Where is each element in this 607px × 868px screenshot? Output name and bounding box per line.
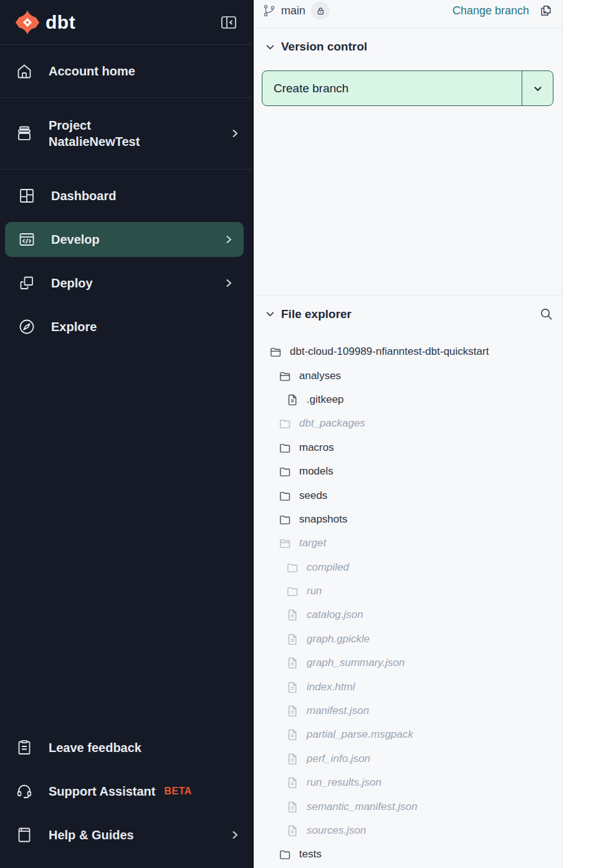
tree-folder-models[interactable]: models	[254, 460, 562, 483]
file-explorer-header[interactable]: File explorer	[254, 296, 562, 321]
chevron-down-icon[interactable]	[265, 309, 275, 319]
project-label: Project	[49, 118, 91, 132]
develop-code-window-icon	[17, 231, 36, 248]
sidebar-item-account-home[interactable]: Account home	[0, 45, 252, 98]
home-icon	[15, 62, 34, 80]
tree-folder-macros[interactable]: macros	[254, 436, 562, 460]
clipboard-icon	[15, 739, 34, 756]
folder-icon	[279, 465, 291, 478]
git-branch-icon	[262, 4, 276, 17]
sidebar-item-dashboard[interactable]: Dashboard	[5, 178, 244, 213]
copy-icon[interactable]	[539, 4, 553, 17]
tree-item-label: graph_summary.json	[307, 657, 404, 669]
chevron-right-icon	[230, 830, 240, 840]
tree-folder-run[interactable]: run	[254, 579, 562, 603]
file-icon	[286, 633, 299, 645]
tree-folder-dbt-cloud-109989-nfianntest-dbt-quickstart[interactable]: dbt-cloud-109989-nfianntest-dbt-quicksta…	[254, 340, 562, 364]
folder-icon	[286, 561, 299, 574]
sidebar-item-project[interactable]: Project NatalieNewTest	[0, 98, 252, 170]
tree-folder-seeds[interactable]: seeds	[254, 483, 562, 507]
tree-folder-analyses[interactable]: analyses	[254, 364, 562, 387]
version-control-header[interactable]: Version control	[254, 29, 562, 54]
current-branch: main	[262, 1, 330, 21]
tree-file-partial_parse.msgpack[interactable]: partial_parse.msgpack	[254, 723, 562, 746]
branch-lock-badge	[311, 1, 330, 20]
branch-bar-actions: Change branch	[452, 1, 553, 21]
tree-folder-dbt_packages[interactable]: dbt_packages	[254, 412, 562, 435]
tree-item-label: dbt_packages	[299, 417, 365, 430]
sidebar-item-help-guides[interactable]: Help & Guides	[0, 817, 252, 852]
change-branch-link[interactable]: Change branch	[452, 4, 529, 17]
sidebar-item-deploy[interactable]: Deploy	[5, 266, 244, 301]
tree-item-label: macros	[299, 441, 334, 454]
dbt-logo-icon	[15, 10, 40, 35]
folder-icon	[279, 417, 291, 430]
tree-item-label: catalog.json	[307, 609, 363, 621]
deploy-squares-icon	[17, 274, 36, 292]
file-icon	[286, 657, 299, 669]
chevron-down-icon[interactable]	[265, 42, 275, 52]
create-branch-label[interactable]: Create branch	[262, 71, 522, 105]
file-icon	[286, 776, 299, 789]
tree-file-semantic_manifest.json[interactable]: semantic_manifest.json	[254, 794, 562, 818]
file-icon	[286, 753, 299, 765]
sidebar-item-explore[interactable]: Explore	[5, 309, 244, 344]
file-explorer-section: File explorer dbt-cloud-109989-nfianntes…	[254, 295, 562, 868]
folder-icon	[279, 848, 291, 861]
folder-open-icon	[279, 370, 291, 382]
search-icon[interactable]	[539, 307, 553, 321]
create-branch-button[interactable]: Create branch	[262, 70, 553, 106]
file-icon	[286, 824, 299, 837]
tree-item-label: .gitkeep	[307, 393, 344, 406]
explore-compass-icon	[17, 318, 36, 335]
tree-file-.gitkeep[interactable]: .gitkeep	[254, 388, 562, 412]
tree-file-manifest.json[interactable]: manifest.json	[254, 699, 562, 723]
folder-open-icon	[279, 537, 291, 549]
sidebar-item-label: Support Assistant	[49, 783, 156, 799]
tree-file-perf_info.json[interactable]: perf_info.json	[254, 747, 562, 771]
tree-item-label: seeds	[299, 489, 327, 502]
collapse-sidebar-icon[interactable]	[220, 14, 237, 31]
tree-file-index.html[interactable]: index.html	[254, 675, 562, 698]
tree-item-label: compiled	[307, 561, 349, 574]
file-icon	[286, 705, 299, 717]
brand-wordmark: dbt	[45, 12, 75, 33]
sidebar-item-develop[interactable]: Develop	[5, 222, 244, 257]
folder-icon	[279, 441, 291, 454]
sidebar-footer: Leave feedback Support Assistant BETA He…	[0, 730, 252, 868]
file-icon	[286, 681, 299, 693]
tree-file-graph.gpickle[interactable]: graph.gpickle	[254, 627, 562, 651]
tree-item-label: tests	[299, 848, 322, 861]
sidebar-item-leave-feedback[interactable]: Leave feedback	[0, 730, 252, 765]
sidebar-item-label: Help & Guides	[49, 827, 134, 843]
tree-folder-tests[interactable]: tests	[254, 842, 562, 866]
book-icon	[15, 826, 34, 844]
tree-folder-compiled[interactable]: compiled	[254, 556, 562, 579]
chevron-right-icon	[230, 128, 240, 138]
tree-file-graph_summary.json[interactable]: graph_summary.json	[254, 651, 562, 675]
section-title: Version control	[281, 40, 367, 54]
sidebar-item-label: Deploy	[51, 275, 93, 291]
tree-item-label: manifest.json	[307, 705, 369, 717]
version-control-section: Version control Create branch	[254, 29, 562, 295]
file-icon	[286, 728, 299, 741]
tree-folder-snapshots[interactable]: snapshots	[254, 508, 562, 531]
folder-open-icon	[269, 345, 282, 358]
tree-file-run_results.json[interactable]: run_results.json	[254, 771, 562, 794]
project-name: NatalieNewTest	[49, 135, 140, 148]
tree-file-catalog.json[interactable]: catalog.json	[254, 603, 562, 627]
tree-item-label: analyses	[299, 370, 341, 382]
sidebar-item-label: Leave feedback	[49, 740, 141, 756]
right-gutter	[563, 0, 607, 868]
sidebar-item-label: Develop	[51, 231, 100, 248]
folder-icon	[286, 585, 299, 597]
sidebar-item-label: Explore	[51, 319, 97, 335]
sidebar-item-support-assistant[interactable]: Support Assistant BETA	[0, 774, 252, 809]
brand-row: dbt	[0, 0, 252, 45]
create-branch-dropdown[interactable]	[522, 71, 553, 105]
tree-item-label: sources.json	[307, 824, 366, 837]
tree-folder-target[interactable]: target	[254, 531, 562, 555]
project-boxes-icon	[15, 125, 34, 142]
branch-bar: main Change branch	[254, 0, 562, 29]
tree-file-sources.json[interactable]: sources.json	[254, 819, 562, 842]
